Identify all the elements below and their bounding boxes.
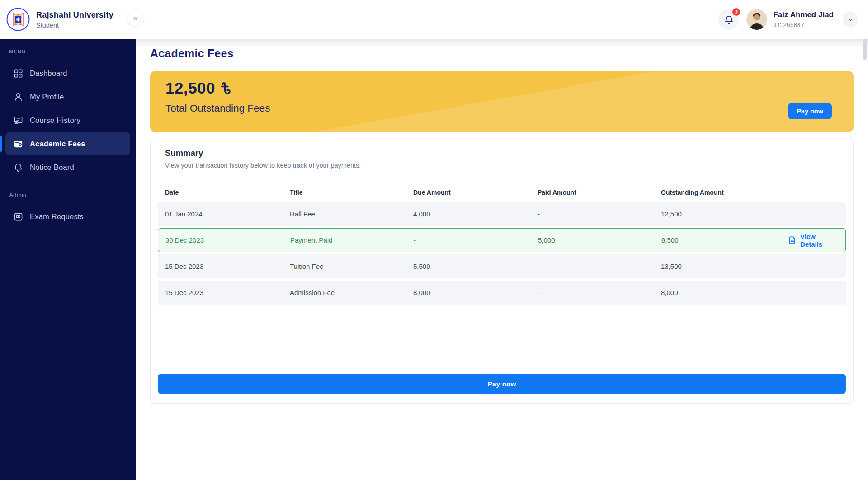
banner-text: 12,500 Total Outstanding Fees [165,79,270,114]
footer-pay-now-button[interactable]: Pay now [158,374,846,394]
collapse-chevrons-icon: « [133,13,138,23]
table-row: 01 Jan 2024 Hall Fee 4,000 - 12,500 [158,202,846,226]
admin-section-label: Admin [9,192,136,198]
sidebar-item-my-profile[interactable]: My Profile [0,85,136,108]
header-right-controls: 2 Faiz Ahmed Jiad ID: 265847 [718,0,858,39]
notifications-button[interactable]: 2 [718,9,739,30]
bell-icon [13,162,24,173]
card-footer-divider [151,366,853,366]
sidebar-item-academic-fees[interactable]: Academic Fees [5,132,130,155]
view-details-link[interactable]: View Details [788,233,838,248]
menu-section-label: MENU [9,49,136,54]
column-header-title: Title [283,189,406,196]
user-avatar[interactable] [746,9,767,30]
table-row-highlighted: 30 Dec 2023 Payment Paid - 5,000 8,500 [158,228,846,252]
sidebar-item-label: Exam Requests [30,212,84,221]
user-info: Faiz Ahmed Jiad ID: 265847 [773,10,834,28]
summary-card: Summary View your transaction history be… [150,138,854,404]
summary-title: Summary [165,148,203,158]
cell-due: - [406,236,531,244]
course-history-icon [13,115,24,126]
sidebar-item-label: Dashboard [30,69,67,78]
column-header-outstanding: Outstanding Amount [654,189,780,196]
cell-title: Admission Fee [283,289,406,296]
portal-role: Student [36,22,113,29]
file-document-icon [788,236,797,244]
cell-paid: - [530,263,654,270]
sidebar-item-label: My Profile [30,93,64,101]
cell-outstanding: 13,500 [654,263,780,270]
sidebar-item-dashboard[interactable]: Dashboard [0,61,136,85]
active-accent-bar [0,136,2,152]
cell-outstanding: 12,500 [654,210,780,218]
book-icon [13,211,24,222]
app-root: Rajshahi University Student « 2 [0,0,868,488]
column-header-paid: Paid Amount [530,189,654,196]
university-name: Rajshahi University [36,10,113,20]
main-content: Academic Fees 12,500 Total Outstanding F… [136,39,868,488]
column-header-due: Due Amount [406,189,530,196]
cell-due: 4,000 [406,210,530,218]
page-title: Academic Fees [150,47,234,60]
banner-label: Total Outstanding Fees [165,103,270,114]
cell-date: 15 Dec 2023 [158,263,283,270]
sidebar-item-notice-board[interactable]: Notice Board [0,155,136,179]
brand: Rajshahi University Student [6,8,113,31]
cell-outstanding: 8,000 [654,289,780,296]
column-header-date: Date [158,189,283,196]
top-header: Rajshahi University Student « 2 [0,0,868,39]
cell-due: 8,000 [406,289,530,296]
table-header-row: Date Title Due Amount Paid Amount Outsta… [158,185,846,200]
sidebar: MENU Dashboard My Profile [0,39,136,480]
profile-person-icon [13,91,24,102]
sidebar-item-label: Academic Fees [30,140,85,148]
sidebar-item-course-history[interactable]: Course History [0,108,136,132]
sidebar-item-exam-requests[interactable]: Exam Requests [0,205,136,228]
cell-paid: 5,000 [531,236,654,244]
taka-currency-icon [220,81,231,96]
cell-paid: - [530,289,654,296]
summary-subtitle: View your transaction history below to k… [165,162,361,169]
table-row: 15 Dec 2023 Admission Fee 8,000 - 8,000 [158,281,846,305]
user-name: Faiz Ahmed Jiad [773,10,834,19]
cell-date: 30 Dec 2023 [158,236,283,244]
outstanding-amount: 12,500 [165,79,215,97]
cell-title: Payment Paid [283,236,406,244]
cell-outstanding: 8,500 [654,236,781,244]
sidebar-collapse-button[interactable]: « [127,9,144,27]
bell-icon [724,14,734,25]
table-row: 15 Dec 2023 Tuition Fee 5,500 - 13,500 [158,254,846,278]
user-id: ID: 265847 [773,21,834,28]
fees-table: Date Title Due Amount Paid Amount Outsta… [158,185,846,305]
chevron-down-icon [847,16,854,23]
cell-paid: - [530,210,654,218]
wallet-icon [13,138,24,149]
profile-menu-button[interactable] [843,12,858,27]
sidebar-item-label: Course History [30,116,80,125]
view-details-label: View Details [800,233,838,248]
cell-due: 5,500 [406,263,530,270]
cell-date: 15 Dec 2023 [158,289,283,296]
notification-count-badge: 2 [732,8,741,16]
cell-title: Hall Fee [283,210,406,218]
banner-pay-now-button[interactable]: Pay now [788,103,832,119]
dashboard-grid-icon [13,68,24,79]
university-logo-icon [6,8,30,31]
sidebar-item-label: Notice Board [30,163,74,172]
cell-date: 01 Jan 2024 [158,210,283,218]
outstanding-fees-banner: 12,500 Total Outstanding Fees Pay now [150,71,854,132]
cell-title: Tuition Fee [283,263,406,270]
